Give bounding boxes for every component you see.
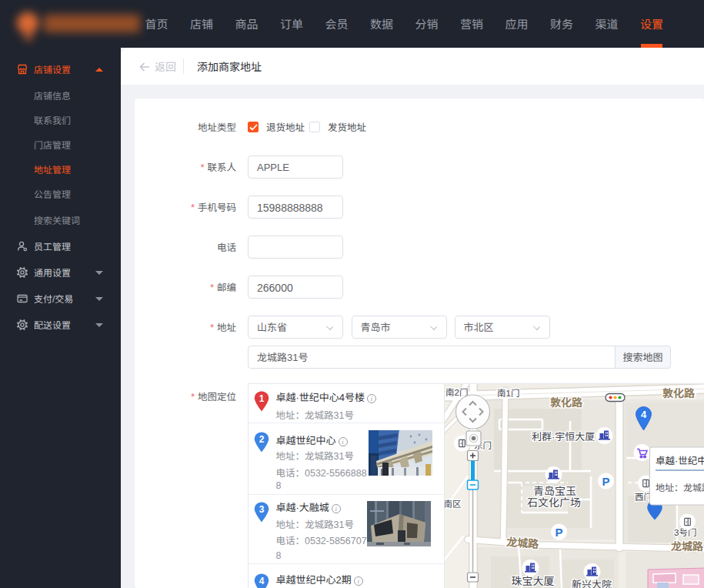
svg-text:2: 2 [259,432,265,445]
svg-text:龙城路: 龙城路 [670,538,704,553]
svg-text:龙城路: 龙城路 [505,533,539,551]
svg-text:敦化路: 敦化路 [550,394,583,409]
svg-text:银南区: 银南区 [445,497,462,509]
svg-text:4: 4 [259,573,265,586]
svg-text:3: 3 [259,502,265,515]
svg-text:南1门: 南1门 [497,386,519,399]
svg-text:4: 4 [640,406,646,421]
svg-text:南2门: 南2门 [445,386,468,398]
svg-text:石文化广场: 石文化广场 [527,494,581,509]
svg-text:地址：龙城路31: 地址：龙城路31 [656,480,704,493]
svg-text:1: 1 [259,391,265,404]
svg-text:敦化路: 敦化路 [662,385,696,400]
svg-text:利群·宇恒大厦: 利群·宇恒大厦 [532,429,595,443]
svg-text:卓越·世纪中心: 卓越·世纪中心 [656,453,704,467]
